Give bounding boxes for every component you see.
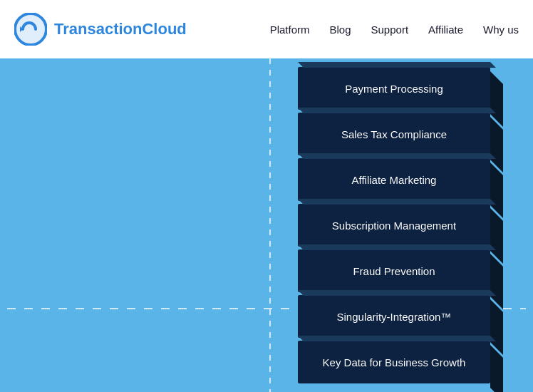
dashed-vertical-line (269, 58, 271, 392)
nav-item-platform[interactable]: Platform (270, 24, 310, 36)
card-key-data[interactable]: Key Data for Business Growth (298, 341, 490, 383)
logo-icon (14, 13, 47, 46)
nav-item-support[interactable]: Support (371, 24, 409, 36)
header: TransactionCloud PlatformBlogSupportAffi… (0, 0, 533, 58)
nav-item-why-us[interactable]: Why us (483, 24, 519, 36)
logo[interactable]: TransactionCloud (14, 13, 187, 46)
logo-text: TransactionCloud (54, 20, 187, 38)
card-affiliate-marketing[interactable]: Affiliate Marketing (298, 158, 490, 201)
card-sales-tax-compliance[interactable]: Sales Tax Compliance (298, 113, 490, 155)
card-fraud-prevention[interactable]: Fraud Prevention (298, 249, 490, 292)
cards-stack: Payment ProcessingSales Tax ComplianceAf… (298, 67, 512, 386)
main-content: Payment ProcessingSales Tax ComplianceAf… (0, 58, 533, 392)
nav: PlatformBlogSupportAffiliateWhy us (270, 24, 519, 36)
nav-item-affiliate[interactable]: Affiliate (428, 24, 463, 36)
card-payment-processing[interactable]: Payment Processing (298, 67, 490, 110)
card-singularity-integration[interactable]: Singularity-Integration™ (298, 295, 490, 338)
nav-item-blog[interactable]: Blog (329, 24, 351, 36)
card-subscription-management[interactable]: Subscription Management (298, 204, 490, 247)
